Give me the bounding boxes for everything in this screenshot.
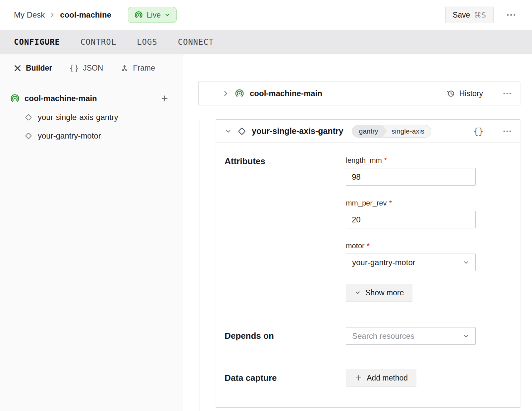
data-capture-fields: Add method bbox=[346, 369, 476, 387]
show-more-button[interactable]: Show more bbox=[346, 284, 412, 302]
edit-json-button[interactable]: {} bbox=[473, 126, 484, 136]
save-button-label: Save bbox=[453, 11, 470, 20]
badge-model-segment: single-axis bbox=[387, 125, 431, 137]
badge-type-segment: gantry bbox=[352, 125, 387, 137]
tree-item-motor[interactable]: your-gantry-motor bbox=[24, 131, 169, 141]
ellipsis-icon bbox=[503, 130, 511, 133]
field-length-mm-label-row: length_mm * bbox=[346, 156, 476, 165]
field-mm-per-rev: mm_per_rev * bbox=[346, 199, 476, 228]
frame-axes-icon bbox=[120, 64, 129, 73]
data-capture-section: Data capture Add method bbox=[216, 357, 520, 407]
chevron-down-icon bbox=[463, 259, 469, 266]
add-method-label: Add method bbox=[367, 374, 408, 382]
tree-children: your-single-axis-gantry your-gantry-moto… bbox=[24, 113, 169, 141]
mode-tab-builder-label: Builder bbox=[26, 64, 52, 73]
chevron-down-icon[interactable] bbox=[225, 128, 232, 135]
live-status-label: Live bbox=[147, 11, 161, 20]
field-length-mm: length_mm * bbox=[346, 156, 476, 186]
mode-tab-builder[interactable]: Builder bbox=[13, 64, 52, 73]
resource-tree: cool-machine-main your-single-axis-gantr… bbox=[0, 82, 183, 141]
chevron-down-icon bbox=[463, 333, 469, 339]
config-sidebar: Builder {} JSON Frame bbox=[0, 54, 183, 411]
tab-logs[interactable]: LOGS bbox=[137, 37, 157, 47]
required-marker: * bbox=[389, 199, 392, 207]
depends-on-heading: Depends on bbox=[225, 331, 346, 341]
ellipsis-icon bbox=[503, 92, 511, 95]
component-title: your-single-axis-gantry bbox=[252, 126, 343, 136]
plus-icon bbox=[354, 374, 362, 382]
tab-configure[interactable]: CONFIGURE bbox=[14, 37, 60, 47]
workspace: Builder {} JSON Frame bbox=[0, 54, 532, 411]
component-diamond-icon bbox=[24, 131, 33, 141]
motor-select-value: your-gantry-motor bbox=[352, 258, 415, 267]
config-main: cool-machine-main History bbox=[183, 54, 532, 411]
tree-item-machine-part[interactable]: cool-machine-main bbox=[10, 93, 169, 103]
component-diamond-icon bbox=[237, 126, 247, 137]
attributes-heading: Attributes bbox=[225, 156, 346, 302]
component-card-gantry: your-single-axis-gantry gantry single-ax… bbox=[216, 119, 520, 408]
sidebar-mode-tabs: Builder {} JSON Frame bbox=[0, 54, 183, 82]
depends-on-select[interactable]: Search resources bbox=[346, 327, 476, 345]
mode-tab-frame[interactable]: Frame bbox=[120, 64, 155, 73]
depends-on-fields: Search resources bbox=[346, 327, 476, 345]
motor-select[interactable]: your-gantry-motor bbox=[346, 254, 476, 271]
tree-item-motor-label: your-gantry-motor bbox=[38, 131, 101, 141]
chevron-down-icon bbox=[164, 12, 170, 18]
field-motor: motor * your-gantry-motor bbox=[346, 242, 476, 271]
tab-control[interactable]: CONTROL bbox=[80, 37, 116, 47]
add-resource-button[interactable] bbox=[160, 94, 169, 103]
attributes-fields: length_mm * mm_per_rev * bbox=[346, 156, 476, 302]
breadcrumb-chevron-icon bbox=[49, 12, 55, 18]
resource-rail: your-single-axis-gantry gantry single-ax… bbox=[199, 119, 520, 411]
tree-item-gantry[interactable]: your-single-axis-gantry bbox=[24, 113, 169, 122]
add-method-button[interactable]: Add method bbox=[346, 369, 416, 387]
machine-menu-button[interactable] bbox=[506, 13, 516, 17]
field-mm-per-rev-label-row: mm_per_rev * bbox=[346, 199, 476, 207]
machine-card-menu-button[interactable] bbox=[503, 92, 511, 95]
field-motor-label-row: motor * bbox=[346, 242, 476, 250]
required-marker: * bbox=[384, 156, 387, 165]
data-capture-heading: Data capture bbox=[225, 373, 346, 383]
chevron-right-icon[interactable] bbox=[222, 90, 229, 97]
braces-icon: {} bbox=[69, 64, 79, 73]
component-menu-button[interactable] bbox=[503, 130, 511, 133]
field-motor-label: motor bbox=[346, 242, 364, 250]
field-mm-per-rev-label: mm_per_rev bbox=[346, 199, 387, 207]
history-button[interactable]: History bbox=[446, 89, 483, 98]
topbar: My Desk cool-machine Live Save ⌘S bbox=[0, 0, 532, 30]
save-button[interactable]: Save ⌘S bbox=[445, 7, 494, 23]
depends-on-section: Depends on Search resources bbox=[216, 315, 520, 357]
depends-on-placeholder: Search resources bbox=[352, 331, 414, 341]
live-broadcast-icon bbox=[134, 11, 143, 20]
history-button-label: History bbox=[459, 89, 483, 98]
required-marker: * bbox=[367, 242, 370, 250]
tree-item-gantry-label: your-single-axis-gantry bbox=[38, 113, 118, 122]
component-diamond-icon bbox=[24, 113, 33, 122]
attributes-section: Attributes length_mm * mm_per_rev bbox=[216, 143, 520, 315]
mode-tab-frame-label: Frame bbox=[133, 64, 155, 73]
breadcrumb-current: cool-machine bbox=[60, 10, 111, 20]
mode-tab-json[interactable]: {} JSON bbox=[69, 64, 103, 73]
show-more-label: Show more bbox=[365, 288, 404, 297]
machine-part-icon bbox=[235, 88, 244, 98]
save-shortcut-hint: ⌘S bbox=[474, 11, 486, 19]
machine-part-card: cool-machine-main History bbox=[198, 82, 520, 105]
machine-part-title: cool-machine-main bbox=[250, 89, 322, 98]
tab-connect[interactable]: CONNECT bbox=[178, 37, 214, 47]
history-clock-icon bbox=[446, 89, 455, 98]
field-length-mm-label: length_mm bbox=[346, 156, 382, 165]
live-status-dropdown[interactable]: Live bbox=[128, 7, 177, 23]
page-tabbar: CONFIGURE CONTROL LOGS CONNECT bbox=[0, 30, 532, 54]
mm-per-rev-input[interactable] bbox=[346, 211, 476, 228]
component-card-header: your-single-axis-gantry gantry single-ax… bbox=[216, 120, 520, 143]
machine-part-icon bbox=[10, 93, 20, 103]
mode-tab-json-label: JSON bbox=[83, 64, 103, 73]
length-mm-input[interactable] bbox=[346, 168, 476, 186]
component-type-badge: gantry single-axis bbox=[352, 125, 431, 138]
tree-item-machine-part-label: cool-machine-main bbox=[25, 94, 156, 103]
tools-icon bbox=[13, 64, 22, 73]
ellipsis-icon bbox=[506, 13, 516, 17]
chevron-down-icon bbox=[354, 289, 361, 296]
breadcrumb-root-link[interactable]: My Desk bbox=[14, 10, 45, 20]
